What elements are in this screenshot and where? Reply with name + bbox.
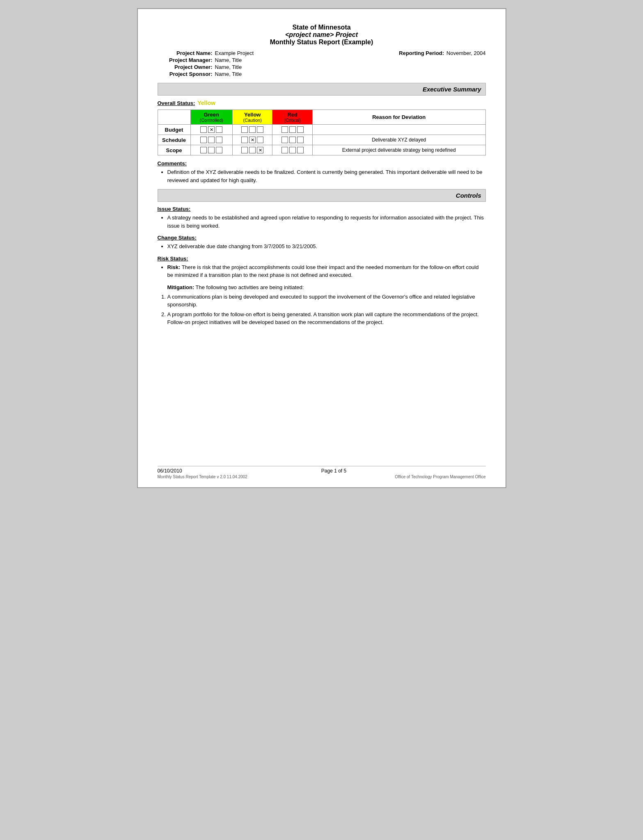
- risk-status-label: Risk Status:: [158, 256, 486, 262]
- header-line2: <project name> Project: [158, 31, 486, 39]
- table-row-label: Schedule: [158, 135, 190, 145]
- checkbox[interactable]: [200, 147, 207, 153]
- comments-list: Definition of the XYZ deliverable needs …: [167, 168, 486, 184]
- project-owner-value: Name, Title: [215, 64, 242, 70]
- mitigation-item: A communications plan is being developed…: [167, 293, 486, 309]
- green-sub: (Controlled): [193, 118, 230, 123]
- checkbox[interactable]: [297, 126, 304, 133]
- checkbox[interactable]: [200, 126, 207, 133]
- table-row-red: [272, 145, 312, 155]
- status-table: Green (Controlled) Yellow (Caution) Red …: [158, 110, 486, 155]
- project-owner-label: Project Owner:: [158, 64, 215, 70]
- yellow-label: Yellow: [235, 112, 270, 118]
- checkbox[interactable]: [289, 126, 296, 133]
- comment-item: Definition of the XYZ deliverable needs …: [167, 168, 486, 184]
- project-name-value: Example Project: [215, 50, 254, 56]
- checkbox[interactable]: [281, 126, 288, 133]
- footer-office: Office of Technology Program Management …: [395, 475, 485, 479]
- checkbox[interactable]: [208, 126, 215, 133]
- footer-date: 06/10/2010: [158, 468, 182, 474]
- checkbox[interactable]: [200, 137, 207, 143]
- executive-summary-label: Executive Summary: [423, 86, 481, 93]
- risk-list: Risk: There is risk that the project acc…: [167, 263, 486, 279]
- yellow-sub: (Caution): [235, 118, 270, 123]
- checkbox[interactable]: [257, 126, 263, 133]
- reporting-period-label: Reporting Period:: [389, 50, 446, 56]
- red-label: Red: [275, 112, 309, 118]
- comments-label: Comments:: [158, 160, 486, 167]
- project-name-label: Project Name:: [158, 50, 215, 56]
- checkbox[interactable]: [249, 147, 256, 153]
- project-name-row: Project Name: Example Project: [158, 50, 254, 56]
- page: State of Minnesota <project name> Projec…: [137, 8, 506, 488]
- change-list: XYZ deliverable due date changing from 3…: [167, 242, 486, 251]
- controls-bar: Controls: [158, 189, 486, 202]
- overall-status-value: Yellow: [197, 100, 215, 106]
- mitigation-intro: The following two activities are being i…: [194, 284, 304, 290]
- checkbox[interactable]: [257, 137, 263, 143]
- mitigation-list: A communications plan is being developed…: [167, 293, 486, 326]
- th-deviation: Reason for Deviation: [312, 110, 485, 125]
- project-info: Project Name: Example Project Project Ma…: [158, 50, 486, 78]
- project-info-left: Project Name: Example Project Project Ma…: [158, 50, 254, 78]
- footer-line: [158, 466, 486, 466]
- project-info-right: Reporting Period: November, 2004: [389, 50, 485, 57]
- overall-status: Overall Status: Yellow: [158, 100, 486, 106]
- table-row-green: [190, 145, 233, 155]
- checkbox[interactable]: [289, 147, 296, 153]
- controls-label: Controls: [456, 192, 481, 199]
- change-item: XYZ deliverable due date changing from 3…: [167, 242, 486, 251]
- th-yellow: Yellow (Caution): [233, 110, 272, 125]
- checkbox[interactable]: [216, 126, 222, 133]
- footer: 06/10/2010 Page 1 of 5 Monthly Status Re…: [158, 466, 486, 479]
- checkbox[interactable]: [216, 147, 222, 153]
- footer-template-version: Monthly Status Report Template v 2.0 11.…: [158, 475, 247, 479]
- change-status-label: Change Status:: [158, 235, 486, 241]
- deviation-cell: External project deliverable strategy be…: [312, 145, 485, 155]
- reporting-period-value: November, 2004: [446, 50, 485, 56]
- th-empty: [158, 110, 190, 125]
- checkbox[interactable]: [281, 137, 288, 143]
- deviation-cell: [312, 125, 485, 135]
- table-row-red: [272, 135, 312, 145]
- project-manager-row: Project Manager: Name, Title: [158, 57, 254, 63]
- checkbox[interactable]: [208, 137, 215, 143]
- checkbox[interactable]: [241, 137, 248, 143]
- checkbox[interactable]: [208, 147, 215, 153]
- table-row-yellow: [233, 145, 272, 155]
- checkbox[interactable]: [289, 137, 296, 143]
- issue-list: A strategy needs to be established and a…: [167, 214, 486, 230]
- header-line1: State of Minnesota: [158, 24, 486, 31]
- mitigation-item: A program portfolio for the follow-on ef…: [167, 310, 486, 326]
- checkbox[interactable]: [257, 147, 263, 153]
- issue-item: A strategy needs to be established and a…: [167, 214, 486, 230]
- checkbox[interactable]: [281, 147, 288, 153]
- document-header: State of Minnesota <project name> Projec…: [158, 24, 486, 46]
- reporting-period-row: Reporting Period: November, 2004: [389, 50, 485, 56]
- project-sponsor-row: Project Sponsor: Name, Title: [158, 71, 254, 77]
- project-manager-value: Name, Title: [215, 57, 242, 63]
- table-row-red: [272, 125, 312, 135]
- checkbox[interactable]: [241, 126, 248, 133]
- red-sub: (Critical): [275, 118, 309, 123]
- risk-item: Risk: There is risk that the project acc…: [167, 263, 486, 279]
- project-sponsor-value: Name, Title: [215, 71, 242, 77]
- project-owner-row: Project Owner: Name, Title: [158, 64, 254, 70]
- checkbox[interactable]: [297, 147, 304, 153]
- project-manager-label: Project Manager:: [158, 57, 215, 63]
- executive-summary-bar: Executive Summary: [158, 83, 486, 96]
- checkbox[interactable]: [249, 137, 256, 143]
- header-line3: Monthly Status Report (Example): [158, 39, 486, 46]
- checkbox[interactable]: [241, 147, 248, 153]
- checkbox[interactable]: [216, 137, 222, 143]
- overall-status-label: Overall Status:: [158, 100, 195, 106]
- mitigation-row: Mitigation: The following two activities…: [167, 284, 486, 290]
- table-row-yellow: [233, 125, 272, 135]
- footer-main: 06/10/2010 Page 1 of 5: [158, 468, 486, 474]
- th-green: Green (Controlled): [190, 110, 233, 125]
- checkbox[interactable]: [249, 126, 256, 133]
- green-label: Green: [193, 112, 230, 118]
- checkbox[interactable]: [297, 137, 304, 143]
- deviation-cell: Deliverable XYZ delayed: [312, 135, 485, 145]
- th-red: Red (Critical): [272, 110, 312, 125]
